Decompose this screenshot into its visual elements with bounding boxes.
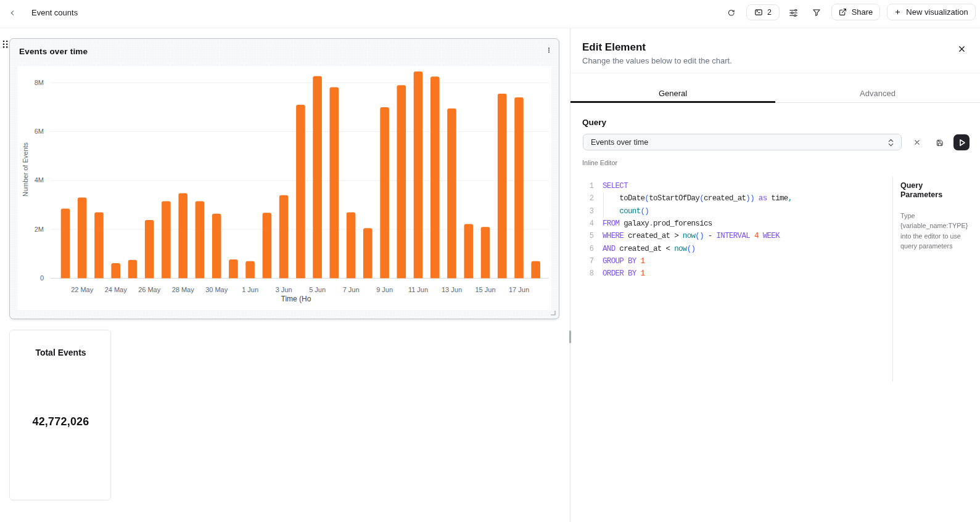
svg-text:3 Jun: 3 Jun [276,286,292,293]
svg-text:17 Jun: 17 Jun [509,286,529,293]
svg-text:7 Jun: 7 Jun [343,286,360,293]
svg-text:30 May: 30 May [205,286,228,293]
svg-text:1 Jun: 1 Jun [242,286,258,293]
svg-text:11 Jun: 11 Jun [408,286,428,293]
svg-text:28 May: 28 May [172,286,195,293]
svg-text:26 May: 26 May [138,286,161,293]
svg-text:24 May: 24 May [105,286,128,293]
svg-text:Time (Ho: Time (Ho [281,295,311,303]
svg-text:4M: 4M [35,176,44,184]
svg-text:15 Jun: 15 Jun [475,286,495,293]
svg-text:6M: 6M [35,128,44,135]
svg-text:8M: 8M [35,79,44,86]
svg-text:13 Jun: 13 Jun [442,286,462,293]
svg-text:Number of Events: Number of Events [22,142,29,197]
svg-text:2M: 2M [35,226,44,233]
svg-text:22 May: 22 May [71,286,94,293]
svg-text:0: 0 [40,274,44,282]
svg-text:9 Jun: 9 Jun [376,286,393,293]
svg-text:5 Jun: 5 Jun [309,286,326,293]
